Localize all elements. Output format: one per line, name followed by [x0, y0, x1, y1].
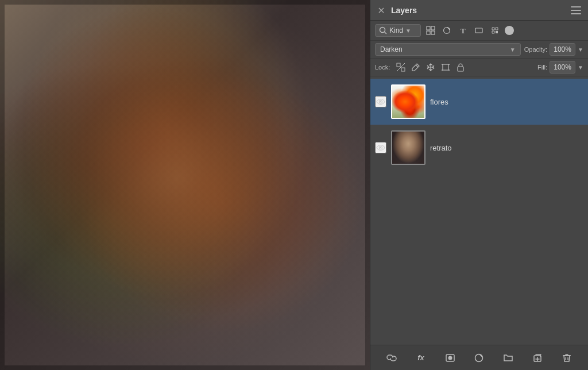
kind-chevron: ▼: [405, 28, 411, 34]
portrait-thumbnail-image: [392, 132, 424, 164]
svg-line-3: [385, 32, 387, 34]
mask-icon: [445, 353, 455, 363]
svg-rect-7: [431, 31, 435, 34]
lock-label: Lock:: [375, 64, 390, 71]
adjustment-icon: [474, 353, 484, 363]
panel-header: Layers: [370, 0, 588, 21]
kind-filter-row: Kind ▼ T: [370, 21, 588, 41]
canvas-border: [0, 0, 370, 370]
svg-rect-4: [427, 26, 430, 30]
shape-filter-button[interactable]: [473, 24, 485, 37]
link-layers-button[interactable]: [384, 350, 399, 365]
eye-icon: [376, 144, 385, 152]
adjustment-filter-button[interactable]: [440, 24, 453, 37]
fx-button[interactable]: fx: [413, 350, 428, 365]
panel-header-left: Layers: [377, 6, 417, 15]
smart-filter-button[interactable]: [489, 24, 501, 37]
blend-mode-value: Darken: [380, 45, 403, 53]
fill-value[interactable]: 100%: [550, 61, 575, 74]
lock-transparent-button[interactable]: [394, 61, 407, 74]
layers-list: flores retrato: [370, 76, 588, 345]
add-mask-button[interactable]: [443, 350, 458, 365]
close-button[interactable]: [377, 6, 385, 14]
panel-menu-button[interactable]: [571, 6, 581, 14]
kind-filter-select[interactable]: Kind ▼: [375, 24, 421, 37]
layer-name-retrato: retrato: [430, 144, 583, 152]
opacity-label: Opacity:: [524, 46, 547, 53]
fx-label: fx: [417, 353, 424, 362]
lock-image-button[interactable]: [409, 61, 422, 74]
bottom-toolbar: fx: [370, 345, 588, 370]
svg-rect-15: [443, 64, 448, 70]
svg-rect-6: [427, 31, 430, 34]
fill-group: Fill: 100% ▼: [537, 61, 583, 74]
pixel-filter-button[interactable]: [424, 24, 437, 37]
new-layer-icon: [532, 353, 543, 363]
layer-name-flores: flores: [430, 98, 583, 106]
svg-rect-11: [496, 31, 498, 33]
new-group-button[interactable]: [501, 350, 516, 365]
layer-thumbnail-retrato: [391, 130, 425, 165]
layer-visibility-button[interactable]: [375, 96, 386, 107]
delete-layer-button[interactable]: [559, 350, 574, 365]
canvas-image: [0, 0, 370, 370]
svg-rect-5: [431, 26, 435, 30]
svg-point-26: [448, 356, 452, 360]
filter-circle-icon: [505, 26, 514, 35]
layers-panel: Layers Kind ▼: [370, 0, 588, 370]
kind-label: Kind: [389, 26, 403, 34]
lock-artboard-button[interactable]: [439, 61, 452, 74]
svg-point-22: [380, 101, 382, 103]
canvas-area: [0, 0, 370, 370]
trash-icon: [562, 353, 572, 363]
lock-row: Lock:: [370, 59, 588, 76]
panel-title: Layers: [391, 6, 417, 15]
fill-label: Fill:: [537, 64, 547, 71]
opacity-value[interactable]: 100%: [550, 43, 575, 56]
opacity-chevron: ▼: [578, 47, 583, 53]
blend-opacity-row: Darken ▼ Opacity: 100% ▼: [370, 41, 588, 59]
new-layer-button[interactable]: [530, 350, 545, 365]
layer-item[interactable]: flores: [370, 79, 588, 125]
roses-thumbnail-image: [392, 86, 424, 118]
new-adjustment-button[interactable]: [471, 350, 486, 365]
svg-rect-13: [401, 68, 405, 71]
layer-visibility-button[interactable]: [375, 142, 386, 153]
svg-rect-20: [458, 67, 463, 71]
svg-text:T: T: [461, 26, 466, 35]
eye-icon: [376, 98, 385, 106]
svg-point-2: [380, 28, 385, 33]
layer-item[interactable]: retrato: [370, 125, 588, 171]
svg-rect-12: [397, 63, 400, 67]
svg-line-14: [416, 65, 418, 67]
fill-chevron: ▼: [578, 64, 583, 71]
folder-icon: [503, 353, 513, 363]
svg-point-24: [380, 147, 382, 149]
type-filter-button[interactable]: T: [457, 24, 469, 37]
blend-chevron: ▼: [510, 47, 516, 53]
layer-thumbnail-flores: [391, 84, 425, 119]
lock-position-button[interactable]: [424, 61, 437, 74]
svg-rect-10: [475, 28, 482, 33]
link-icon: [386, 353, 397, 363]
lock-icons: [394, 61, 534, 74]
lock-all-button[interactable]: [454, 61, 467, 74]
opacity-group: Opacity: 100% ▼: [524, 43, 583, 56]
blend-mode-select[interactable]: Darken ▼: [375, 43, 521, 56]
